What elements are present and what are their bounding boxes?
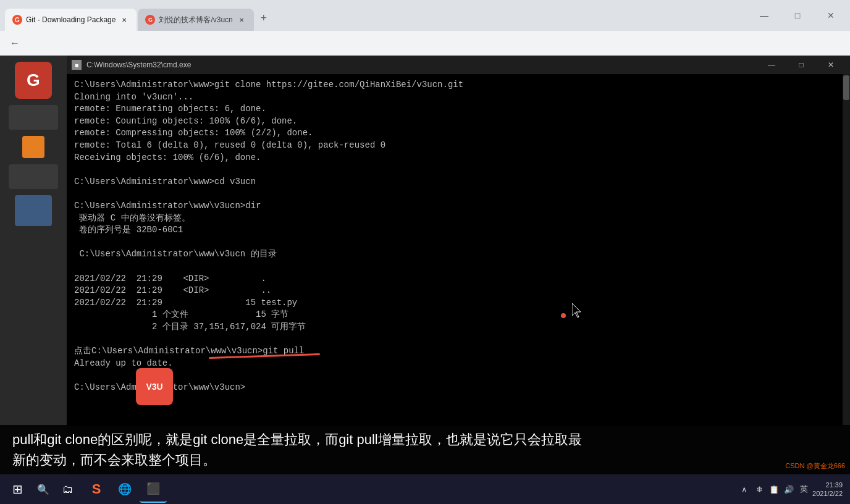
tab1-favicon: G: [12, 15, 22, 25]
tab1-close-btn[interactable]: ✕: [119, 15, 129, 25]
tray-clock: 21:39 2021/2/22: [812, 481, 843, 498]
cmd-close-btn[interactable]: ✕: [817, 56, 845, 74]
scrollbar[interactable]: [843, 74, 850, 426]
tab2-favicon: G: [145, 15, 155, 25]
terminal-taskbar-btn[interactable]: ⬛: [140, 476, 167, 503]
tab-git-downloading[interactable]: G Git - Downloading Package ✕: [5, 9, 137, 31]
system-tray: ∧ ❄ 📋 🔊 英 21:39 2021/2/22: [738, 481, 848, 498]
cmd-window: ■ C:\Windows\System32\cmd.exe — □ ✕ C:\U…: [67, 56, 850, 426]
csdn-watermark: CSDN @黄金龙666: [785, 461, 845, 471]
cmd-minimize-btn[interactable]: —: [757, 56, 786, 74]
browser-minimize-btn[interactable]: —: [750, 6, 778, 25]
sidebar-icon-orange: [22, 136, 44, 158]
tray-snowflake-icon[interactable]: ❄: [753, 483, 765, 495]
start-button[interactable]: ⊞: [2, 474, 32, 504]
browser-window-controls: — □ ✕: [750, 6, 845, 25]
cmd-icon: ■: [72, 60, 82, 70]
tab-liuyue-blog[interactable]: G 刘悦的技术博客/v3ucn ✕: [138, 9, 253, 31]
subtitle-bar: pull和git clone的区别呢，就是git clone是全量拉取，而git…: [0, 425, 850, 474]
tab2-close-btn[interactable]: ✕: [237, 15, 246, 25]
cmd-body: C:\Users\Administrator\www>git clone htt…: [67, 74, 850, 426]
tray-language-icon[interactable]: 英: [797, 483, 810, 495]
v3u-logo: V3U: [136, 368, 173, 405]
cmd-output: C:\Users\Administrator\www>git clone htt…: [74, 79, 843, 393]
tray-time-value: 21:39: [825, 481, 843, 489]
taskbar: ⊞ 🔍 🗂 S 🌐 ⬛ ∧ ❄ 📋 🔊 英 21:39 2021/2/22: [0, 474, 850, 504]
subtitle-line2: 新的变动，而不会来取整个项目。: [12, 452, 216, 468]
mouse-cursor: [572, 303, 584, 318]
file-explorer-btn[interactable]: 🗂: [54, 476, 82, 503]
cmd-titlebar: ■ C:\Windows\System32\cmd.exe — □ ✕: [67, 56, 850, 74]
git-logo: G: [15, 62, 52, 99]
sidebar-folder: [15, 195, 52, 226]
search-button[interactable]: 🔍: [33, 479, 53, 499]
scrollbar-thumb[interactable]: [843, 75, 849, 100]
subtitle-text: pull和git clone的区别呢，就是git clone是全量拉取，而git…: [0, 429, 594, 470]
tab-bar: G Git - Downloading Package ✕ G 刘悦的技术博客/…: [5, 0, 747, 31]
cmd-title: C:\Windows\System32\cmd.exe: [86, 61, 752, 69]
new-tab-button[interactable]: +: [255, 9, 272, 27]
browser-chrome: G Git - Downloading Package ✕ G 刘悦的技术博客/…: [0, 0, 850, 31]
tab1-label: Git - Downloading Package: [26, 15, 116, 24]
browser-taskbar-btn[interactable]: 🌐: [111, 476, 138, 503]
tray-volume-icon[interactable]: 🔊: [783, 483, 795, 495]
browser-maximize-btn[interactable]: □: [783, 6, 812, 25]
cmd-maximize-btn[interactable]: □: [787, 56, 815, 74]
browser-navbar: ←: [0, 31, 850, 56]
tab2-label: 刘悦的技术博客/v3ucn: [159, 15, 232, 25]
s-app-btn[interactable]: S: [83, 476, 110, 503]
tray-clipboard-icon[interactable]: 📋: [768, 483, 780, 495]
subtitle-line1: pull和git clone的区别呢，就是git clone是全量拉取，而git…: [12, 432, 582, 447]
browser-close-btn[interactable]: ✕: [817, 6, 845, 25]
tray-date-value: 2021/2/22: [812, 489, 843, 498]
cmd-win-controls: — □ ✕: [757, 56, 845, 74]
sidebar-placeholder-2: [9, 164, 58, 189]
tray-chevron-icon[interactable]: ∧: [738, 483, 751, 495]
sidebar-placeholder-1: [9, 105, 58, 130]
red-dot-annotation: [561, 313, 566, 318]
back-button[interactable]: ←: [5, 33, 25, 53]
